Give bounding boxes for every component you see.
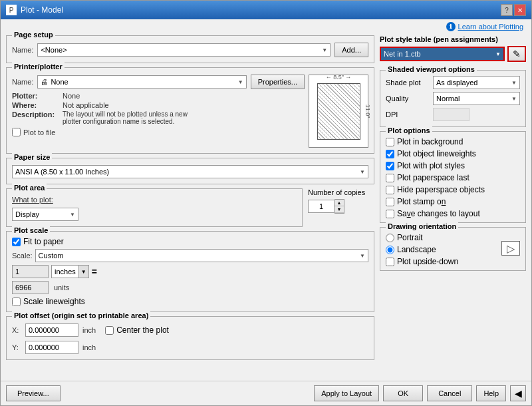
- plot-paperspace-last-label: Plot paperspace last: [397, 173, 469, 182]
- paper-size-row: ANSI A (8.50 x 11.00 Inches) ▼: [12, 165, 368, 178]
- scale-combo[interactable]: Custom ▼: [35, 249, 368, 262]
- properties-button[interactable]: Properties...: [251, 75, 305, 89]
- scale-values-row: inches ▼ =: [12, 265, 368, 278]
- what-to-plot-arrow: ▼: [70, 212, 75, 218]
- page-setup-label: Page setup: [12, 31, 55, 39]
- y-input[interactable]: [25, 341, 78, 354]
- what-to-plot-value: Display: [15, 210, 39, 218]
- copies-input[interactable]: [308, 200, 334, 213]
- plot-paperspace-last-row: Plot paperspace last: [386, 173, 520, 182]
- scale-lineweights-row: Scale lineweights: [12, 297, 368, 306]
- landscape-radio[interactable]: [386, 246, 394, 254]
- preview-dim-top: ← 8.5" →: [317, 74, 360, 81]
- edit-plot-style-btn[interactable]: ✎: [507, 46, 526, 62]
- portrait-row: Portrait: [386, 233, 458, 242]
- plot-scale-group: Plot scale Fit to paper Scale: Custom ▼ …: [6, 231, 374, 312]
- plot-dialog: P Plot - Model ? ✕ ℹ Learn about Plottin…: [0, 0, 532, 406]
- upside-down-label: Plot upside-down: [397, 257, 458, 266]
- plot-style-table-group: Plot style table (pen assignments) Net i…: [380, 35, 526, 62]
- plot-stamp-label: Plot stamp on: [397, 197, 446, 206]
- add-button[interactable]: Add...: [334, 43, 368, 57]
- upside-down-checkbox[interactable]: [386, 258, 394, 266]
- help-button[interactable]: Help: [476, 385, 506, 401]
- quality-row: Quality Normal ▼: [386, 92, 520, 105]
- center-plot-checkbox[interactable]: [105, 326, 114, 335]
- fit-to-paper-row: Fit to paper: [12, 237, 368, 246]
- plot-stamp-checkbox[interactable]: [386, 198, 394, 206]
- copies-down-btn[interactable]: ▼: [334, 206, 344, 213]
- plot-to-file-checkbox[interactable]: [12, 128, 21, 136]
- shade-plot-row: Shade plot As displayed ▼: [386, 76, 520, 89]
- title-bar-left: P Plot - Model: [6, 5, 63, 15]
- x-input[interactable]: [25, 323, 78, 337]
- right-column: Plot style table (pen assignments) Net i…: [380, 35, 526, 378]
- bottom-buttons: Preview... Apply to Layout OK Cancel Hel…: [1, 381, 531, 405]
- save-changes-row: Save changes to layout: [386, 209, 520, 218]
- left-column: Page setup Name: <None> ▼ Add... Printer…: [6, 35, 374, 378]
- portrait-radio[interactable]: [386, 234, 394, 242]
- plot-style-combo[interactable]: Net in 1.ctb ▼: [380, 47, 505, 61]
- learn-plotting-link[interactable]: Learn about Plotting: [458, 23, 523, 31]
- apply-to-layout-button[interactable]: Apply to Layout: [314, 385, 379, 401]
- units-arrow[interactable]: ▼: [78, 266, 88, 278]
- paper-size-combo[interactable]: ANSI A (8.50 x 11.00 Inches) ▼: [12, 165, 368, 178]
- edit-icon: ✎: [513, 49, 521, 59]
- plot-background-checkbox[interactable]: [386, 138, 394, 146]
- save-changes-checkbox[interactable]: [386, 210, 394, 218]
- orientation-radios: Portrait Landscape Plot upside-down: [386, 230, 458, 266]
- shade-plot-combo[interactable]: As displayed ▼: [433, 76, 520, 89]
- plot-style-arrow: ▼: [495, 51, 501, 57]
- preview-button[interactable]: Preview...: [6, 385, 61, 401]
- preview-dim-right: 11.0": [364, 104, 371, 118]
- landscape-arrow-icon: ▷: [507, 242, 515, 255]
- where-row: Where: Not applicable: [12, 101, 305, 109]
- plot-scale-label: Plot scale: [12, 226, 50, 234]
- plot-area-label: Plot area: [12, 184, 47, 192]
- plot-styles-row: Plot with plot styles: [386, 161, 520, 170]
- close-btn[interactable]: ✕: [514, 4, 526, 16]
- units-combo[interactable]: inches ▼: [51, 265, 89, 278]
- plot-style-row: Net in 1.ctb ▼ ✎: [380, 46, 526, 62]
- help-title-btn[interactable]: ?: [501, 4, 513, 16]
- paper-size-arrow: ▼: [360, 169, 365, 175]
- y-label: Y:: [12, 343, 21, 351]
- printer-icon: 🖨: [41, 78, 48, 86]
- nav-back-btn[interactable]: ◀: [510, 385, 526, 401]
- quality-combo[interactable]: Normal ▼: [433, 92, 520, 105]
- scale-lineweights-label: Scale lineweights: [23, 297, 85, 306]
- desc-row: Description: The layout will not be plot…: [12, 110, 305, 125]
- printer-name-row: Name: 🖨 None ▼ Properties...: [12, 75, 305, 89]
- plot-background-label: Plot in background: [397, 137, 463, 146]
- printer-name-combo[interactable]: 🖨 None ▼: [37, 75, 246, 89]
- scale-input-2[interactable]: [12, 281, 49, 294]
- plot-lineweights-checkbox[interactable]: [386, 150, 394, 158]
- shade-plot-value: As displayed: [436, 79, 477, 87]
- preview-paper: [317, 83, 360, 140]
- where-label: Where:: [12, 101, 59, 109]
- scale-value: Custom: [39, 252, 64, 260]
- scale-combo-arrow: ▼: [360, 253, 365, 259]
- equals-sign: =: [92, 266, 97, 277]
- quality-arrow: ▼: [511, 96, 517, 102]
- landscape-icon: ▷: [501, 241, 520, 256]
- printer-plotter-content: Name: 🖨 None ▼ Properties...: [12, 71, 368, 148]
- fit-to-paper-checkbox[interactable]: [12, 238, 21, 246]
- scale-lineweights-checkbox[interactable]: [12, 298, 21, 306]
- ok-button[interactable]: OK: [383, 385, 423, 401]
- drawing-orientation-group: Drawing orientation Portrait Landscape: [380, 227, 526, 271]
- plot-styles-checkbox[interactable]: [386, 162, 394, 170]
- plot-offset-group: Plot offset (origin set to printable are…: [6, 316, 374, 360]
- copies-up-btn[interactable]: ▲: [334, 200, 344, 206]
- scale-input-1[interactable]: [12, 265, 49, 278]
- shade-plot-label: Shade plot: [386, 79, 429, 87]
- plot-to-file-label: Plot to file: [23, 128, 55, 136]
- dpi-input[interactable]: [433, 108, 469, 121]
- cancel-button[interactable]: Cancel: [427, 385, 472, 401]
- printer-name-arrow: ▼: [238, 79, 243, 85]
- page-setup-name-combo[interactable]: <None> ▼: [37, 43, 331, 57]
- plotter-row: Plotter: None: [12, 92, 305, 100]
- plot-paperspace-last-checkbox[interactable]: [386, 174, 394, 182]
- what-to-plot-combo[interactable]: Display ▼: [12, 208, 78, 221]
- hide-paperspace-checkbox[interactable]: [386, 186, 394, 194]
- app-icon: P: [6, 5, 17, 15]
